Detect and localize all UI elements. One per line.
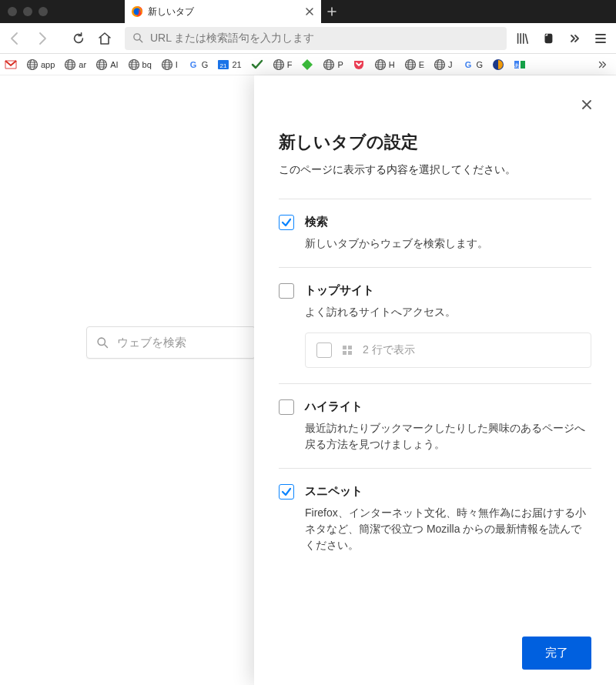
section-topsites: トップサイト よく訪れるサイトへアクセス。 2 行で表示	[279, 267, 591, 383]
bookmark-item[interactable]: あ	[514, 58, 526, 71]
bookmark-label: P	[337, 60, 343, 69]
bookmark-gmail[interactable]	[5, 58, 17, 71]
back-button[interactable]	[5, 28, 26, 49]
section-snippets-desc: Firefox、インターネット文化、時々無作為にお届けする小ネタなど、簡潔で役立…	[305, 505, 591, 553]
firefox-icon	[131, 5, 143, 18]
bookmark-item[interactable]: app	[26, 58, 55, 71]
browser-tab[interactable]: 新しいタブ	[125, 0, 321, 23]
bookmarks-overflow[interactable]	[593, 59, 611, 70]
svg-rect-36	[343, 351, 346, 355]
newtab-settings-panel: 新しいタブの設定 このページに表示する内容を選択してください。 検索 新しいタブ…	[254, 75, 616, 685]
bookmark-item[interactable]: P	[323, 58, 343, 71]
reload-button[interactable]	[68, 28, 89, 49]
section-snippets-title: スニペット	[305, 484, 591, 499]
library-button[interactable]	[511, 28, 533, 49]
bookmark-item[interactable]: GG	[462, 58, 484, 71]
url-bar[interactable]: URL または検索語句を入力します	[125, 27, 507, 50]
checkbox-snippets[interactable]	[279, 484, 294, 500]
url-placeholder: URL または検索語句を入力します	[150, 32, 314, 45]
section-search: 検索 新しいタブからウェブを検索します。	[279, 199, 591, 267]
overflow-button[interactable]	[564, 28, 585, 49]
section-highlights: ハイライト 最近訪れたりブックマークしたりした興味のあるページへ戻る方法を見つけ…	[279, 383, 591, 468]
home-button[interactable]	[94, 28, 116, 49]
bookmark-item[interactable]: GG	[187, 58, 209, 71]
bookmark-item[interactable]: 2121	[217, 58, 241, 71]
newtab-search-box[interactable]: ウェブを検索	[86, 326, 256, 359]
window-titlebar: 新しいタブ	[0, 0, 616, 23]
svg-rect-34	[343, 346, 346, 349]
section-search-title: 検索	[305, 215, 591, 229]
bookmark-item[interactable]	[301, 58, 313, 71]
bookmark-label: bq	[142, 60, 152, 69]
svg-text:G: G	[190, 60, 197, 69]
new-tab-button[interactable]	[321, 1, 343, 22]
minimize-window[interactable]	[23, 7, 32, 16]
navigation-toolbar: URL または検索語句を入力します	[0, 23, 616, 54]
zoom-window[interactable]	[38, 7, 48, 16]
section-highlights-desc: 最近訪れたりブックマークしたりした興味のあるページへ戻る方法を見つけましょう。	[305, 420, 591, 453]
close-window[interactable]	[8, 7, 17, 16]
bookmark-label: J	[448, 60, 453, 69]
bookmark-item[interactable]: J	[434, 58, 453, 71]
bookmark-label: 21	[232, 60, 241, 69]
svg-rect-31	[521, 61, 525, 68]
svg-text:21: 21	[220, 62, 227, 69]
evernote-icon[interactable]	[537, 28, 559, 49]
bookmark-label: G	[202, 60, 209, 69]
bookmark-item[interactable]: H	[374, 58, 395, 71]
bookmark-label: H	[389, 60, 395, 69]
bookmark-item[interactable]: AI	[95, 58, 118, 71]
bookmark-label: app	[41, 60, 55, 69]
svg-rect-37	[348, 351, 352, 355]
checkbox-topsites[interactable]	[279, 283, 294, 299]
bookmark-item[interactable]	[251, 58, 263, 71]
topsites-rows-label: 2 行で表示	[363, 343, 415, 357]
search-icon	[96, 336, 109, 349]
forward-button[interactable]	[31, 28, 52, 49]
bookmark-item[interactable]: bq	[128, 58, 152, 71]
panel-subtitle: このページに表示する内容を選択してください。	[279, 163, 591, 177]
bookmark-label: I	[176, 60, 178, 69]
panel-title: 新しいタブの設定	[279, 131, 591, 154]
menu-button[interactable]	[590, 28, 611, 49]
grid-icon	[341, 344, 353, 356]
bookmark-label: E	[419, 60, 424, 69]
section-snippets: スニペット Firefox、インターネット文化、時々無作為にお届けする小ネタなど…	[279, 468, 591, 569]
section-topsites-desc: よく訪れるサイトへアクセス。	[305, 304, 591, 320]
section-highlights-title: ハイライト	[305, 399, 591, 414]
bookmark-label: G	[477, 60, 484, 69]
svg-point-2	[134, 34, 140, 40]
svg-point-33	[98, 338, 105, 345]
tab-title: 新しいタブ	[148, 5, 300, 18]
search-icon	[132, 32, 144, 44]
bookmark-item[interactable]: ar	[64, 58, 86, 71]
checkbox-highlights[interactable]	[279, 399, 294, 415]
close-panel-icon[interactable]	[579, 97, 594, 112]
svg-text:G: G	[464, 60, 471, 69]
window-controls	[0, 7, 48, 16]
bookmark-label: AI	[110, 60, 118, 69]
done-button[interactable]: 完了	[522, 637, 591, 670]
panel-footer: 完了	[279, 621, 591, 670]
topsites-rows-option: 2 行で表示	[305, 332, 591, 368]
bookmark-item[interactable]: I	[161, 58, 178, 71]
bookmark-label: ar	[79, 60, 86, 69]
bookmarks-bar: apparAIbqIGG2121FPHEJGGあ	[0, 54, 616, 75]
newtab-search-placeholder: ウェブを検索	[117, 336, 186, 350]
svg-text:あ: あ	[514, 62, 520, 68]
checkbox-topsites-rows[interactable]	[316, 342, 332, 358]
bookmark-item[interactable]	[492, 58, 504, 71]
close-tab-icon[interactable]	[304, 6, 315, 17]
section-topsites-title: トップサイト	[305, 283, 591, 298]
bookmark-item[interactable]: F	[273, 58, 293, 71]
bookmark-item[interactable]	[353, 58, 365, 71]
bookmark-label: F	[287, 60, 293, 69]
bookmark-item[interactable]: E	[404, 58, 424, 71]
checkbox-search[interactable]	[279, 215, 294, 230]
section-search-desc: 新しいタブからウェブを検索します。	[305, 236, 591, 252]
svg-rect-35	[348, 346, 352, 349]
page-content: ウェブを検索 新しいタブの設定 このページに表示する内容を選択してください。 検…	[0, 75, 616, 685]
